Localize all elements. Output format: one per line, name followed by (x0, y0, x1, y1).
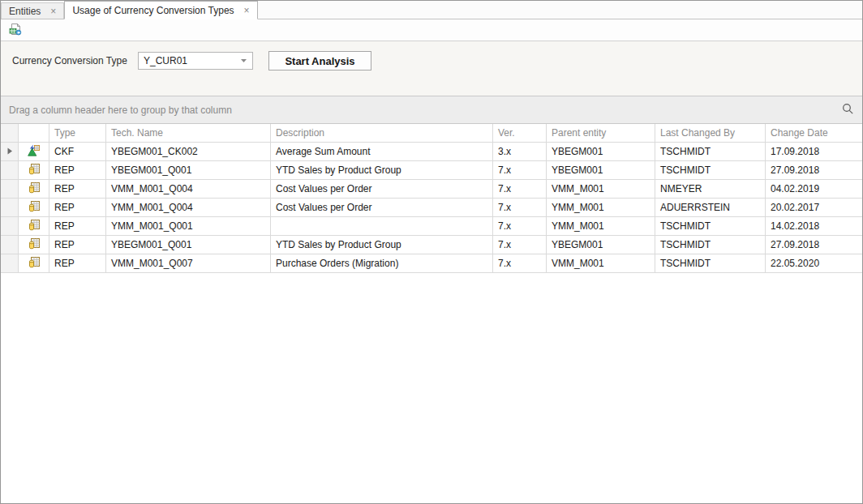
cell-change-date[interactable]: 17.09.2018 (766, 143, 862, 160)
tab-entities[interactable]: Entities × (1, 2, 64, 19)
tab-usage-close-icon[interactable]: × (244, 6, 250, 15)
search-icon (842, 103, 854, 117)
cell-last-changed-by[interactable]: TSCHMIDT (655, 143, 766, 160)
header-version[interactable]: Ver. (493, 124, 547, 142)
header-description[interactable]: Description (271, 124, 493, 142)
cell-type[interactable]: REP (49, 161, 106, 179)
row-type-icon-cell (19, 161, 49, 179)
cell-parent-entity[interactable]: YMM_M001 (547, 217, 655, 235)
report-icon (28, 200, 41, 216)
cell-version[interactable]: 7.x (493, 217, 547, 235)
grid-header-row: Type Tech. Name Description Ver. Parent … (1, 124, 862, 143)
report-icon (28, 237, 41, 253)
row-indicator-cell (1, 236, 19, 254)
cell-description[interactable]: Cost Values per Order (271, 199, 493, 216)
report-icon (28, 256, 41, 271)
cell-type[interactable]: REP (49, 254, 106, 272)
cell-parent-entity[interactable]: YBEGM001 (547, 236, 655, 254)
start-analysis-button[interactable]: Start Analysis (268, 51, 371, 70)
header-tech-name[interactable]: Tech. Name (106, 124, 271, 142)
cell-parent-entity[interactable]: YBEGM001 (547, 161, 655, 179)
cell-version[interactable]: 7.x (493, 199, 547, 216)
data-grid: Type Tech. Name Description Ver. Parent … (1, 124, 862, 503)
header-last-changed-by[interactable]: Last Changed By (655, 124, 766, 142)
group-by-hint: Drag a column header here to group by th… (9, 105, 842, 116)
cell-last-changed-by[interactable]: TSCHMIDT (655, 236, 766, 254)
conversion-type-label: Currency Conversion Type (12, 55, 138, 66)
cell-last-changed-by[interactable]: ADUERRSTEIN (655, 199, 766, 216)
search-button[interactable] (842, 103, 854, 117)
cell-last-changed-by[interactable]: NMEYER (655, 180, 766, 198)
cell-description[interactable] (271, 217, 493, 235)
table-row[interactable]: REP YBEGM001_Q001 YTD Sales by Product G… (1, 161, 862, 180)
row-indicator-cell (1, 217, 19, 235)
row-indicator-cell (1, 199, 19, 216)
table-row[interactable]: REP VMM_M001_Q007 Purchase Orders (Migra… (1, 254, 862, 273)
header-icon-column[interactable] (19, 124, 49, 142)
cell-tech-name[interactable]: YBEGM001_Q001 (106, 161, 271, 179)
cell-version[interactable]: 7.x (493, 180, 547, 198)
row-type-icon-cell (19, 217, 49, 235)
cell-parent-entity[interactable]: YBEGM001 (547, 143, 655, 160)
cell-tech-name[interactable]: YBEGM001_Q001 (106, 236, 271, 254)
table-row[interactable]: REP YMM_M001_Q004 Cost Values per Order … (1, 199, 862, 217)
export-to-excel-icon (9, 23, 22, 38)
cell-change-date[interactable]: 04.02.2019 (766, 180, 862, 198)
row-type-icon-cell (19, 254, 49, 272)
current-row-arrow-icon (6, 146, 13, 157)
cell-tech-name[interactable]: YMM_M001_Q001 (106, 217, 271, 235)
header-parent-entity[interactable]: Parent entity (547, 124, 655, 142)
tab-entities-label: Entities (9, 6, 41, 17)
conversion-type-value: Y_CUR01 (144, 55, 240, 66)
cell-description[interactable]: YTD Sales by Product Group (271, 161, 493, 179)
cell-version[interactable]: 7.x (493, 236, 547, 254)
table-row[interactable]: REP YMM_M001_Q001 7.x YMM_M001 TSCHMIDT … (1, 217, 862, 236)
cell-change-date[interactable]: 20.02.2017 (766, 199, 862, 216)
cell-change-date[interactable]: 27.09.2018 (766, 236, 862, 254)
cell-type[interactable]: REP (49, 180, 106, 198)
tab-entities-close-icon[interactable]: × (50, 6, 56, 16)
table-row[interactable]: REP YBEGM001_Q001 YTD Sales by Product G… (1, 236, 862, 254)
cell-description[interactable]: Average Sum Amount (271, 143, 493, 160)
cell-last-changed-by[interactable]: TSCHMIDT (655, 161, 766, 179)
chevron-down-icon[interactable] (240, 58, 247, 63)
cell-tech-name[interactable]: YBEGM001_CK002 (106, 143, 271, 160)
cell-parent-entity[interactable]: VMM_M001 (547, 254, 655, 272)
cell-type[interactable]: REP (49, 199, 106, 216)
header-type[interactable]: Type (49, 124, 106, 142)
cell-last-changed-by[interactable]: TSCHMIDT (655, 217, 766, 235)
group-by-panel[interactable]: Drag a column header here to group by th… (1, 96, 862, 124)
cell-change-date[interactable]: 14.02.2018 (766, 217, 862, 235)
cell-description[interactable]: YTD Sales by Product Group (271, 236, 493, 254)
cell-last-changed-by[interactable]: TSCHMIDT (655, 254, 766, 272)
cell-parent-entity[interactable]: YMM_M001 (547, 199, 655, 216)
tab-usage-currency-conversion[interactable]: Usage of Currency Conversion Types × (64, 1, 257, 19)
app-window: Entities × Usage of Currency Conversion … (0, 0, 863, 504)
cell-version[interactable]: 7.x (493, 254, 547, 272)
cell-version[interactable]: 7.x (493, 161, 547, 179)
cell-type[interactable]: CKF (49, 143, 106, 160)
header-change-date[interactable]: Change Date (766, 124, 862, 142)
cell-type[interactable]: REP (49, 236, 106, 254)
calculated-key-figure-icon (28, 144, 41, 160)
row-indicator-cell (1, 161, 19, 179)
row-indicator-cell (1, 254, 19, 272)
cell-change-date[interactable]: 22.05.2020 (766, 254, 862, 272)
cell-change-date[interactable]: 27.09.2018 (766, 161, 862, 179)
cell-description[interactable]: Purchase Orders (Migration) (271, 254, 493, 272)
export-to-excel-button[interactable] (6, 21, 24, 39)
cell-tech-name[interactable]: VMM_M001_Q007 (106, 254, 271, 272)
cell-parent-entity[interactable]: VMM_M001 (547, 180, 655, 198)
cell-type[interactable]: REP (49, 217, 106, 235)
toolbar (1, 19, 862, 41)
row-type-icon-cell (19, 199, 49, 216)
table-row[interactable]: REP VMM_M001_Q004 Cost Values per Order … (1, 180, 862, 199)
cell-tech-name[interactable]: YMM_M001_Q004 (106, 199, 271, 216)
cell-version[interactable]: 3.x (493, 143, 547, 160)
row-indicator-cell (1, 143, 19, 160)
cell-description[interactable]: Cost Values per Order (271, 180, 493, 198)
cell-tech-name[interactable]: VMM_M001_Q004 (106, 180, 271, 198)
table-row[interactable]: CKF YBEGM001_CK002 Average Sum Amount 3.… (1, 143, 862, 161)
tab-usage-label: Usage of Currency Conversion Types (72, 5, 234, 16)
conversion-type-combobox[interactable]: Y_CUR01 (138, 52, 253, 70)
